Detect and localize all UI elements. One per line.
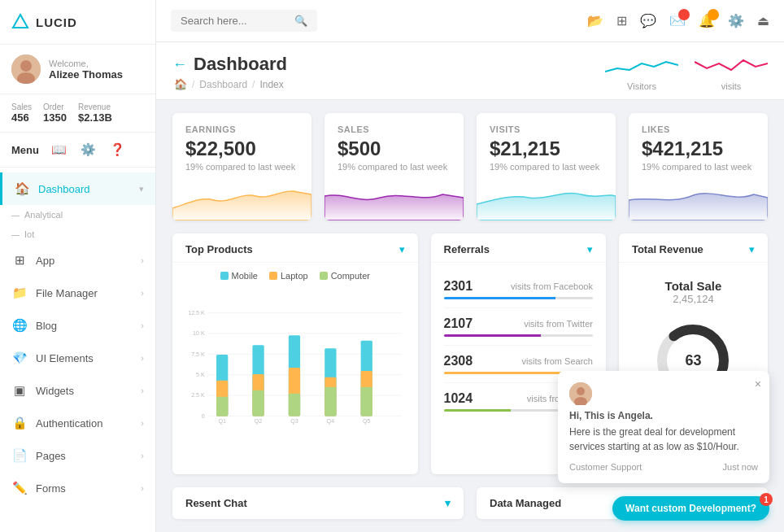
svg-point-39 — [577, 387, 585, 395]
mail-icon[interactable]: ✉️ — [669, 13, 686, 28]
twitter-count: 2107 — [444, 316, 473, 331]
section-iot: Iot — [0, 225, 155, 244]
svg-text:7.5 K: 7.5 K — [191, 351, 205, 358]
mini-chart-visitors: Visitors — [605, 54, 678, 91]
svg-text:5 K: 5 K — [196, 372, 205, 378]
stat-sales: Sales 456 — [11, 102, 32, 124]
sidebar-item-ui-elements[interactable]: 💎 UI Elements › — [0, 342, 155, 374]
chat-icon[interactable]: 💬 — [640, 13, 656, 28]
svg-text:0: 0 — [202, 413, 205, 420]
diamond-icon: 💎 — [11, 350, 28, 366]
stat-card-visits: VISITS $21,215 19% compared to last week — [477, 113, 616, 220]
chat-avatar — [569, 382, 592, 405]
sidebar: LUCID Welcome, Alizee Thomas Sales 456 O… — [0, 0, 156, 532]
chevron-right-icon: › — [141, 386, 144, 395]
total-revenue-dropdown[interactable]: ▾ — [749, 243, 755, 255]
search-icon: 🔍 — [294, 15, 307, 27]
menu-tab[interactable]: Menu — [11, 144, 39, 156]
search-input[interactable] — [181, 15, 288, 27]
sliders-icon[interactable]: ⚙️ — [728, 13, 744, 28]
page-header: ← Dashboard 🏠 / Dashboard / Index Visito… — [156, 42, 784, 100]
chevron-down-icon: ▾ — [139, 184, 144, 194]
resent-chat-card: Resent Chat ▾ — [172, 487, 464, 519]
total-sale-label: Total Sale — [665, 279, 722, 293]
sidebar-nav: 🏠 Dashboard ▾ Analytical Iot ⊞ App › 📁 F… — [0, 168, 155, 532]
top-products-body: Mobile Laptop Computer 12.5 K — [172, 263, 418, 474]
sales-chart — [324, 180, 464, 220]
svg-text:2.5 K: 2.5 K — [191, 392, 205, 399]
logo-icon — [11, 13, 29, 31]
chevron-right-icon: › — [141, 353, 144, 363]
visits-sparkline — [695, 54, 768, 80]
sales-label: SALES — [338, 124, 451, 134]
stat-card-earnings: EARNINGS $22,500 19% compared to last we… — [172, 113, 311, 220]
bell-badge — [708, 9, 719, 20]
gear-icon[interactable]: ⚙️ — [80, 141, 98, 159]
legend-laptop: Laptop — [269, 271, 308, 281]
chevron-right-icon: › — [141, 451, 144, 460]
earnings-label: EARNINGS — [185, 124, 298, 134]
search-label: visits from Search — [522, 356, 593, 366]
sidebar-item-file-manager[interactable]: 📁 File Manager › — [0, 277, 155, 309]
svg-text:Q4: Q4 — [327, 418, 335, 425]
breadcrumb-dashboard[interactable]: Dashboard — [199, 79, 247, 90]
grid-icon[interactable]: ⊞ — [616, 13, 627, 28]
bar-chart-svg: 12.5 K 10 K 7.5 K 5 K 2.5 K 0 — [185, 287, 405, 442]
back-button[interactable]: ← — [172, 56, 187, 73]
sidebar-item-widgets[interactable]: ▣ Widgets › — [0, 374, 155, 407]
user-name: Alizee Thomas — [49, 68, 144, 81]
total-revenue-title: Total Revenue — [632, 243, 703, 255]
custom-dev-button[interactable]: Want custom Development? 1 — [612, 496, 769, 521]
sidebar-item-pages[interactable]: 📄 Pages › — [0, 439, 155, 472]
help-icon[interactable]: ❓ — [109, 141, 127, 159]
search-bar[interactable]: 🔍 — [171, 10, 317, 32]
logout-icon[interactable]: ⏏ — [757, 13, 769, 28]
donut-value: 63 — [685, 352, 701, 369]
book-icon[interactable]: 📖 — [50, 141, 68, 159]
mini-charts: Visitors visits — [605, 54, 768, 91]
visits-sub: 19% compared to last week — [490, 162, 603, 172]
chat-message: Here is the great deal for development s… — [569, 425, 758, 454]
chat-time: Just now — [723, 462, 758, 472]
sidebar-item-dashboard[interactable]: 🏠 Dashboard ▾ — [0, 172, 155, 205]
top-products-dropdown[interactable]: ▾ — [399, 243, 405, 255]
sidebar-item-blog[interactable]: 🌐 Blog › — [0, 309, 155, 342]
chevron-right-icon: › — [141, 321, 144, 330]
sales-sub: 19% compared to last week — [338, 162, 451, 172]
svg-text:10 K: 10 K — [193, 330, 205, 337]
resent-chat-title: Resent Chat ▾ — [185, 497, 451, 509]
svg-text:Q1: Q1 — [218, 418, 226, 425]
svg-marker-0 — [13, 15, 28, 28]
facebook-bar — [444, 297, 593, 299]
mini-chart-visits: visits — [695, 54, 768, 91]
page-title-area: ← Dashboard 🏠 / Dashboard / Index — [172, 54, 287, 90]
stat-revenue: Revenue $2.13B — [78, 102, 112, 124]
likes-sub: 19% compared to last week — [642, 162, 755, 172]
stat-order: Order 1350 — [43, 102, 67, 124]
visits-label: VISITS — [490, 124, 603, 134]
referrals-dropdown[interactable]: ▾ — [587, 243, 593, 255]
sidebar-item-forms[interactable]: ✏️ Forms › — [0, 472, 155, 504]
svg-rect-27 — [324, 387, 336, 416]
bell-icon[interactable]: 🔔 — [699, 13, 715, 28]
legend-dot-laptop — [269, 272, 277, 280]
sidebar-stats: Sales 456 Order 1350 Revenue $2.13B — [0, 94, 155, 133]
close-icon[interactable]: × — [755, 377, 761, 390]
sidebar-item-authentication[interactable]: 🔒 Authentication › — [0, 407, 155, 439]
home-breadcrumb-icon[interactable]: 🏠 — [174, 78, 187, 90]
resent-chat-dropdown[interactable]: ▾ — [445, 497, 451, 509]
widget-icon: ▣ — [11, 382, 28, 399]
folder-icon[interactable]: 📂 — [587, 13, 603, 28]
visits-value: $21,215 — [490, 137, 603, 160]
home-icon: 🏠 — [14, 181, 30, 197]
topbar: 🔍 📂 ⊞ 💬 ✉️ 🔔 ⚙️ ⏏ — [156, 0, 784, 42]
sidebar-menu-tabs: Menu 📖 ⚙️ ❓ — [0, 133, 155, 168]
sidebar-item-app[interactable]: ⊞ App › — [0, 244, 155, 277]
svg-rect-24 — [289, 394, 300, 416]
stat-card-sales: SALES $500 19% compared to last week — [324, 113, 464, 220]
svg-point-2 — [20, 60, 32, 72]
stats-row: EARNINGS $22,500 19% compared to last we… — [156, 100, 784, 233]
topbar-icons: 📂 ⊞ 💬 ✉️ 🔔 ⚙️ ⏏ — [587, 13, 769, 28]
svg-rect-21 — [252, 390, 264, 416]
page-title: ← Dashboard — [172, 54, 287, 75]
